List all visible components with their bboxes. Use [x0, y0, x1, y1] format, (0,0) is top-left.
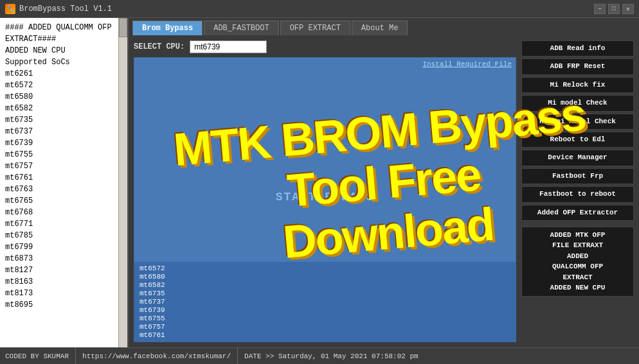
- left-panel: #### ADDED QUALCOMM OFP EXTRACT####ADDED…: [0, 18, 129, 347]
- left-panel-line: mt8127: [5, 264, 122, 276]
- left-panel-line: mt6572: [5, 80, 122, 91]
- right-panel: Brom BypassADB_FASTBOOTOFP EXTRACTAbout …: [129, 18, 639, 347]
- center-cpu-item: mt6580: [140, 273, 510, 281]
- right-action-button[interactable]: Mi model Check: [521, 95, 634, 111]
- right-buttons-panel: ADB Read infoADB FRP ResetMi Relock fixM…: [521, 40, 634, 342]
- left-panel-line: mt6799: [5, 241, 122, 253]
- left-panel-line: #### ADDED QUALCOMM OFP EXTRACT####: [5, 22, 122, 45]
- close-button[interactable]: ✕: [622, 4, 634, 14]
- cpu-section: SELECT CPU: Install Required File START …: [134, 40, 516, 342]
- center-cpu-item: mt6761: [140, 331, 510, 339]
- left-panel-line: mt8163: [5, 276, 122, 288]
- status-website: https://www.facebook.com/xtmskumar/: [76, 348, 238, 364]
- center-cpu-item: mt6572: [140, 264, 510, 272]
- left-panel-line: mt6582: [5, 103, 122, 114]
- center-cpu-item: mt6757: [140, 323, 510, 331]
- left-panel-line: mt6873: [5, 253, 122, 264]
- tab-about-me[interactable]: About Me: [352, 21, 408, 35]
- title-bar: 🔧 BromBypass Tool V1.1 – □ ✕: [0, 0, 639, 18]
- left-panel-line: mt6757: [5, 160, 122, 172]
- tab-adb-fastboot[interactable]: ADB_FASTBOOT: [204, 21, 278, 35]
- left-panel-line: mt6768: [5, 207, 122, 218]
- left-panel-line: mt6771: [5, 218, 122, 230]
- right-group-info: ADDED MTK OFPFILE EXTRAXTADDEDQUALCOMM O…: [521, 227, 634, 297]
- window-controls[interactable]: – □ ✕: [594, 4, 634, 14]
- center-cpu-item: mt6737: [140, 298, 510, 306]
- scrollbar-thumb[interactable]: [119, 18, 127, 37]
- app-title: BromBypass Tool V1.1: [19, 4, 594, 13]
- status-coded-by: CODED BY SKUMAR: [5, 348, 76, 364]
- right-action-button[interactable]: Fastboot to reboot: [521, 186, 634, 202]
- left-panel-line: ADDED NEW CPU: [5, 45, 122, 56]
- left-panel-line: mt6737: [5, 126, 122, 137]
- right-action-button[interactable]: Device Manager: [521, 150, 634, 166]
- install-required-link[interactable]: Install Required File: [422, 60, 512, 68]
- left-panel-line: mt6755: [5, 149, 122, 160]
- center-cpu-item: mt6735: [140, 290, 510, 297]
- right-action-button[interactable]: ADB FRP Reset: [521, 58, 634, 74]
- left-panel-line: mt6261: [5, 68, 122, 80]
- tab-content: SELECT CPU: Install Required File START …: [129, 35, 639, 347]
- left-panel-line: mt8173: [5, 288, 122, 299]
- start-bypass-button[interactable]: START BYPASS: [276, 191, 375, 204]
- left-panel-content[interactable]: #### ADDED QUALCOMM OFP EXTRACT####ADDED…: [0, 18, 127, 347]
- minimize-button[interactable]: –: [594, 4, 606, 14]
- center-box: Install Required File START BYPASS WELCO…: [134, 57, 516, 342]
- left-panel-line: mt6739: [5, 137, 122, 149]
- cpu-input[interactable]: [190, 40, 267, 53]
- right-action-button[interactable]: Huawei Model Check: [521, 114, 634, 130]
- left-panel-line: mt6763: [5, 184, 122, 195]
- cpu-row: SELECT CPU:: [134, 40, 516, 53]
- status-date: DATE >> Saturday, 01 May 2021 07:58:02 p…: [238, 348, 425, 364]
- right-action-button[interactable]: Mi Relock fix: [521, 77, 634, 93]
- tabs-bar: Brom BypassADB_FASTBOOTOFP EXTRACTAbout …: [129, 18, 639, 35]
- left-panel-line: mt6761: [5, 172, 122, 184]
- cpu-label: SELECT CPU:: [134, 42, 184, 51]
- tab-brom-bypass[interactable]: Brom Bypass: [132, 21, 203, 35]
- center-cpu-list: mt6572mt6580mt6582mt6735mt6737mt6739mt67…: [134, 262, 516, 342]
- tab-ofp-extract[interactable]: OFP EXTRACT: [280, 21, 350, 35]
- left-scrollbar[interactable]: [118, 18, 127, 347]
- right-action-button[interactable]: Added OFP Extractor: [521, 205, 634, 221]
- left-panel-line: mt6735: [5, 114, 122, 126]
- right-action-button[interactable]: Fastboot Frp: [521, 168, 634, 184]
- left-panel-line: mt6765: [5, 195, 122, 207]
- right-action-button[interactable]: Reboot to Edl: [521, 132, 634, 148]
- left-panel-line: mt8695: [5, 299, 122, 311]
- status-bar: CODED BY SKUMAR https://www.facebook.com…: [0, 347, 639, 364]
- left-panel-line: mt6580: [5, 91, 122, 103]
- left-panel-line: Supported SoCs: [5, 56, 122, 68]
- center-cpu-item: mt6739: [140, 306, 510, 314]
- right-action-button[interactable]: ADB Read info: [521, 40, 634, 56]
- app-icon: 🔧: [5, 4, 15, 14]
- center-cpu-item: mt6582: [140, 281, 510, 289]
- maximize-button[interactable]: □: [608, 4, 620, 14]
- left-panel-line: mt6785: [5, 230, 122, 241]
- center-cpu-item: mt6755: [140, 315, 510, 322]
- main-area: #### ADDED QUALCOMM OFP EXTRACT####ADDED…: [0, 18, 639, 347]
